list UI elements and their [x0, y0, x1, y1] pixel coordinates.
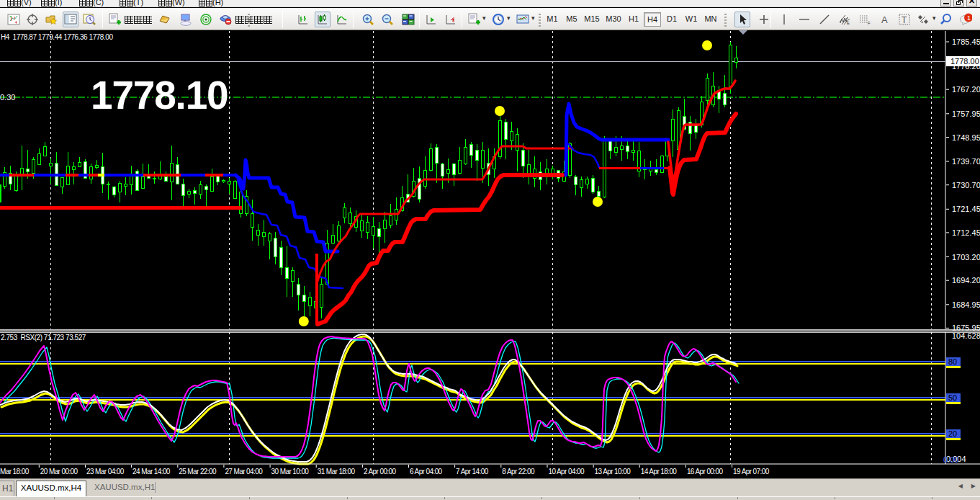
svg-text:T: T — [902, 15, 907, 25]
svg-text:31 Mar 18:00: 31 Mar 18:00 — [318, 468, 356, 476]
svg-text:1730.70: 1730.70 — [952, 181, 980, 189]
svg-text:8 Apr 22:00: 8 Apr 22:00 — [502, 468, 535, 476]
svg-text:20: 20 — [948, 429, 957, 438]
svg-text:23 Mar 04:00: 23 Mar 04:00 — [86, 468, 125, 476]
svg-text:1703.20: 1703.20 — [952, 253, 980, 262]
svg-text:E: E — [847, 21, 850, 25]
svg-text:7 Apr 14:00: 7 Apr 14:00 — [456, 468, 489, 476]
svg-text:2.753 RSX(2) 71.723 73.527: 2.753 RSX(2) 71.723 73.527 — [1, 334, 86, 341]
svg-text:80: 80 — [948, 357, 957, 366]
svg-text:1767.20: 1767.20 — [952, 85, 980, 94]
svg-text:1684.95: 1684.95 — [952, 300, 980, 309]
svg-text:1778.10: 1778.10 — [91, 73, 228, 117]
svg-text:1739.70: 1739.70 — [952, 157, 980, 166]
svg-text:F: F — [868, 21, 871, 25]
svg-text:Mar 18:00: Mar 18:00 — [0, 468, 30, 476]
svg-text:30 Mar 10:00: 30 Mar 10:00 — [271, 468, 310, 476]
svg-text:A: A — [881, 14, 888, 25]
svg-text:1721.45: 1721.45 — [952, 205, 980, 213]
svg-text:19 Apr 07:00: 19 Apr 07:00 — [733, 468, 770, 476]
svg-text:1712.45: 1712.45 — [952, 228, 980, 237]
svg-text:1785.45: 1785.45 — [952, 37, 980, 46]
svg-text:27 Mar 04:00: 27 Mar 04:00 — [225, 468, 263, 476]
svg-text:14 Apr 18:00: 14 Apr 18:00 — [641, 468, 678, 476]
svg-text:25 Mar 22:00: 25 Mar 22:00 — [179, 468, 217, 476]
svg-text:1: 1 — [967, 14, 971, 22]
svg-text:1748.95: 1748.95 — [952, 133, 980, 142]
svg-text:24 Mar 14:00: 24 Mar 14:00 — [132, 468, 171, 476]
svg-text:1778.00: 1778.00 — [950, 57, 979, 66]
svg-text:13 Apr 10:00: 13 Apr 10:00 — [595, 468, 631, 476]
svg-text:0.30: 0.30 — [0, 93, 15, 102]
svg-text:104.628: 104.628 — [952, 331, 980, 340]
svg-text:20 Mar 00:00: 20 Mar 00:00 — [40, 468, 78, 476]
svg-text:0.00: 0.00 — [943, 455, 958, 464]
svg-text:50: 50 — [948, 393, 957, 402]
svg-text:10 Apr 04:00: 10 Apr 04:00 — [549, 468, 585, 476]
svg-text:1757.95: 1757.95 — [952, 110, 980, 118]
svg-text:6 Apr 04:00: 6 Apr 04:00 — [410, 468, 443, 476]
svg-text:16 Apr 00:00: 16 Apr 00:00 — [687, 468, 724, 476]
svg-text:1694.20: 1694.20 — [952, 276, 980, 285]
svg-text:H4 1778.87 1779.44 1776.36 17: H4 1778.87 1779.44 1776.36 1778.00 — [1, 33, 113, 41]
svg-text:2 Apr 00:00: 2 Apr 00:00 — [364, 468, 397, 476]
